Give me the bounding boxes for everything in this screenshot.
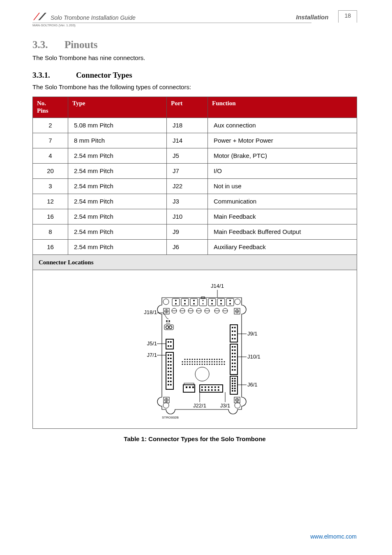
cell-pins: 4 — [33, 148, 68, 164]
svg-point-135 — [184, 359, 185, 360]
cell-pins: 8 — [33, 224, 68, 240]
svg-rect-122 — [232, 378, 233, 379]
svg-point-186 — [224, 364, 225, 365]
svg-point-153 — [187, 361, 188, 363]
cell-type: 8 mm Pitch — [68, 133, 167, 148]
svg-rect-88 — [170, 377, 172, 379]
table-row: 2 5.08 mm Pitch J18 Aux connection — [33, 118, 357, 133]
svg-point-19 — [163, 402, 169, 408]
table-caption: Table 1: Connector Types for the Solo Tr… — [32, 435, 357, 443]
svg-rect-107 — [234, 349, 236, 351]
svg-point-144 — [206, 359, 208, 360]
svg-point-183 — [216, 364, 217, 365]
cell-port: J9 — [167, 224, 208, 240]
page-number: 18 — [338, 10, 357, 23]
svg-rect-82 — [170, 368, 172, 369]
table-row: 8 2.54 mm Pitch J9 Main Feedback Buffere… — [33, 224, 357, 240]
svg-rect-105 — [234, 346, 236, 348]
cell-pins: 16 — [33, 209, 68, 224]
svg-rect-128 — [232, 385, 233, 387]
col-header-pins: No.Pins — [33, 97, 68, 118]
svg-point-58 — [166, 320, 168, 322]
svg-rect-72 — [166, 352, 173, 389]
svg-rect-199 — [214, 386, 216, 388]
svg-rect-201 — [201, 389, 203, 391]
svg-point-145 — [209, 359, 210, 360]
svg-point-185 — [221, 364, 222, 365]
svg-point-155 — [191, 361, 193, 363]
svg-rect-23 — [190, 298, 198, 306]
diagram-label-j5: J5/1 — [147, 340, 157, 347]
footer-link[interactable]: www.elmomc.com — [310, 533, 357, 540]
svg-rect-133 — [234, 390, 236, 392]
cell-type: 2.54 mm Pitch — [68, 224, 167, 240]
svg-point-154 — [189, 361, 190, 363]
cell-type: 2.54 mm Pitch — [68, 164, 167, 179]
col-header-pins-text: No.Pins — [37, 100, 48, 114]
svg-rect-78 — [170, 361, 172, 363]
svg-rect-123 — [234, 378, 236, 379]
section-title: Pinouts — [65, 39, 98, 50]
svg-point-143 — [204, 359, 205, 360]
svg-point-146 — [211, 359, 212, 360]
svg-rect-93 — [230, 325, 238, 342]
diagram-footer-code: STRO002B — [162, 416, 179, 419]
svg-point-37 — [221, 303, 222, 305]
svg-rect-131 — [234, 388, 236, 389]
svg-rect-99 — [234, 334, 236, 336]
svg-rect-195 — [201, 386, 203, 388]
locations-subheader-text: Connector Locations — [33, 255, 357, 270]
diagram-label-j6: J6/1 — [247, 382, 258, 388]
svg-point-62 — [166, 326, 169, 329]
diagram-label-j22: J22/1 — [193, 402, 206, 409]
svg-rect-119 — [234, 369, 236, 371]
svg-rect-100 — [232, 338, 233, 340]
svg-rect-190 — [189, 386, 191, 388]
cell-function: Communication — [208, 194, 357, 209]
svg-rect-92 — [170, 384, 172, 386]
cell-port: J18 — [167, 118, 208, 133]
cell-function: Aux connection — [208, 118, 357, 133]
locations-subheader: Connector Locations — [33, 255, 357, 270]
connector-locations-diagram: J14/1 — [104, 280, 285, 420]
svg-point-174 — [194, 364, 195, 365]
svg-rect-68 — [170, 341, 172, 343]
svg-rect-124 — [232, 380, 233, 382]
svg-point-168 — [224, 361, 225, 363]
cell-type: 2.54 mm Pitch — [68, 148, 167, 164]
svg-point-157 — [196, 361, 198, 363]
svg-point-39 — [230, 303, 231, 305]
svg-rect-91 — [168, 384, 169, 386]
page-header: Solo Trombone Installation Guide Install… — [32, 10, 357, 22]
svg-point-177 — [201, 364, 203, 365]
cell-port: J3 — [167, 194, 208, 209]
svg-point-36 — [221, 300, 222, 301]
svg-point-1 — [163, 299, 169, 305]
svg-rect-106 — [232, 349, 233, 351]
svg-rect-115 — [234, 363, 236, 364]
section-number: 3.3. — [32, 39, 63, 51]
header-rule — [32, 23, 311, 23]
table-row: 3 2.54 mm Pitch J22 Not in use — [33, 179, 357, 194]
svg-rect-66 — [166, 339, 173, 349]
svg-rect-76 — [170, 358, 172, 359]
svg-rect-205 — [214, 389, 216, 391]
svg-rect-194 — [200, 385, 223, 392]
svg-rect-109 — [234, 353, 236, 354]
svg-point-166 — [219, 361, 220, 363]
svg-point-180 — [209, 364, 210, 365]
cell-function: Auxiliary Feedback — [208, 240, 357, 255]
svg-rect-70 — [170, 345, 172, 347]
footer-link-anchor[interactable]: www.elmomc.com — [310, 533, 357, 540]
svg-point-167 — [221, 361, 222, 363]
cell-type: 2.54 mm Pitch — [68, 194, 167, 209]
svg-rect-130 — [232, 388, 233, 389]
svg-rect-202 — [205, 389, 206, 391]
svg-rect-127 — [234, 383, 236, 384]
svg-point-175 — [196, 364, 198, 365]
diagram-label-j18: J18/1 — [144, 309, 157, 315]
svg-point-138 — [191, 359, 193, 360]
svg-point-187 — [195, 367, 209, 381]
svg-rect-191 — [192, 386, 194, 388]
svg-rect-26 — [217, 298, 225, 306]
